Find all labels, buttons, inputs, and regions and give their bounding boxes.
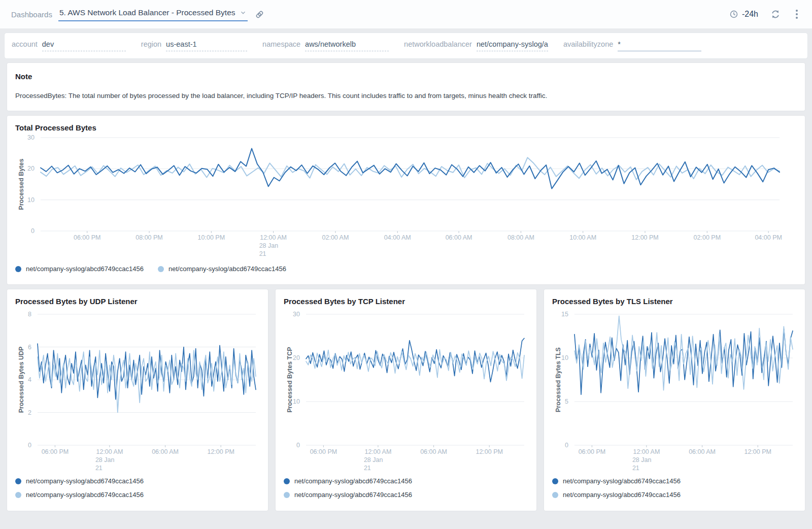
- chart-plot[interactable]: Processed Bytes TLS 05101506:00 PM12:00 …: [544, 306, 805, 474]
- legend-item[interactable]: net/company-syslog/abcd6749ccac1456: [552, 491, 797, 499]
- svg-text:21: 21: [632, 465, 639, 472]
- chart-title: Total Processed Bytes: [7, 116, 805, 132]
- filter-namespace-input[interactable]: aws/networkelb: [305, 40, 389, 51]
- svg-text:12:00 AM: 12:00 AM: [364, 448, 391, 455]
- svg-text:0: 0: [28, 442, 31, 449]
- note-title: Note: [15, 72, 797, 81]
- legend-item[interactable]: net/company-syslog/abcd6749ccac1456: [15, 477, 260, 485]
- svg-text:12:00 PM: 12:00 PM: [207, 448, 234, 455]
- chart-card-total-processed-bytes: Total Processed Bytes Processed Bytes 01…: [7, 116, 805, 284]
- svg-text:28 Jan: 28 Jan: [364, 456, 383, 464]
- legend-item[interactable]: net/company-syslog/abcd6749ccac1456: [158, 265, 286, 273]
- svg-text:5: 5: [565, 398, 568, 405]
- filter-availabilityzone: availabilityzone *: [563, 40, 701, 51]
- filter-namespace: namespace aws/networkelb: [262, 40, 389, 51]
- legend-dot-icon: [284, 478, 290, 484]
- svg-text:30: 30: [27, 134, 35, 141]
- svg-text:12:00 PM: 12:00 PM: [476, 448, 503, 455]
- y-axis-label: Processed Bytes TLS: [555, 347, 562, 412]
- svg-text:12:00 PM: 12:00 PM: [631, 234, 659, 241]
- svg-text:8: 8: [28, 311, 31, 318]
- legend-item[interactable]: net/company-syslog/abcd6749ccac1456: [15, 491, 260, 499]
- svg-text:21: 21: [259, 250, 266, 257]
- legend-item[interactable]: net/company-syslog/abcd6749ccac1456: [284, 491, 528, 499]
- chart-plot[interactable]: Processed Bytes 010203006:00 PM08:00 PM1…: [7, 132, 805, 260]
- chart-card-tls-listener: Processed Bytes by TLS Listener Processe…: [544, 289, 805, 511]
- svg-text:12:00 AM: 12:00 AM: [96, 448, 123, 455]
- filter-label: account: [12, 40, 38, 48]
- chart-title: Processed Bytes by TLS Listener: [544, 289, 805, 306]
- chart-legend: net/company-syslog/abcd6749ccac1456net/c…: [7, 265, 805, 273]
- svg-text:04:00 PM: 04:00 PM: [755, 234, 782, 241]
- note-card: Note ProcessedBytes: The total number of…: [7, 63, 805, 111]
- filter-availabilityzone-input[interactable]: *: [618, 40, 701, 51]
- legend-item[interactable]: net/company-syslog/abcd6749ccac1456: [284, 477, 528, 485]
- filter-label: namespace: [262, 40, 300, 48]
- note-body: ProcessedBytes: The total number of byte…: [15, 92, 797, 100]
- filter-region-input[interactable]: us-east-1: [166, 40, 247, 51]
- top-bar: Dashboards 5. AWS Network Load Balancer …: [0, 0, 812, 28]
- svg-text:06:00 AM: 06:00 AM: [152, 448, 179, 455]
- kebab-menu-icon[interactable]: [793, 9, 801, 20]
- legend-label: net/company-syslog/abcd6749ccac1456: [563, 477, 681, 485]
- filter-networkloadbalancer-input[interactable]: net/company-syslog/a: [477, 40, 548, 51]
- svg-text:02:00 PM: 02:00 PM: [694, 234, 721, 241]
- svg-text:30: 30: [293, 311, 300, 318]
- svg-text:0: 0: [31, 227, 35, 235]
- link-icon[interactable]: [255, 10, 264, 19]
- chart-title: Processed Bytes by UDP Listener: [7, 289, 268, 306]
- dashboard-title-dropdown[interactable]: 5. AWS Network Load Balancer - Processed…: [58, 7, 248, 21]
- filter-label: region: [141, 40, 161, 48]
- svg-text:06:00 AM: 06:00 AM: [420, 448, 447, 455]
- svg-text:08:00 PM: 08:00 PM: [136, 234, 163, 241]
- filter-label: networkloadbalancer: [404, 40, 472, 48]
- chart-card-udp-listener: Processed Bytes by UDP Listener Processe…: [7, 289, 268, 511]
- svg-text:10: 10: [27, 196, 35, 204]
- legend-dot-icon: [284, 492, 290, 498]
- svg-text:12:00 PM: 12:00 PM: [744, 448, 771, 455]
- svg-text:10:00 PM: 10:00 PM: [198, 234, 225, 241]
- page-title: 5. AWS Network Load Balancer - Processed…: [59, 8, 235, 17]
- chevron-down-icon: [240, 9, 247, 16]
- svg-text:20: 20: [293, 354, 300, 361]
- svg-text:6: 6: [28, 344, 31, 351]
- y-axis-label: Processed Bytes: [18, 159, 25, 210]
- chart-legend: net/company-syslog/abcd6749ccac1456net/c…: [544, 477, 805, 499]
- svg-text:28 Jan: 28 Jan: [259, 242, 279, 249]
- chart-plot[interactable]: Processed Bytes UDP 0246806:00 PM12:00 A…: [7, 306, 268, 474]
- time-range-value: -24h: [742, 10, 758, 19]
- filter-bar: account dev region us-east-1 namespace a…: [4, 32, 808, 59]
- filter-account-input[interactable]: dev: [42, 40, 126, 51]
- chart-legend: net/company-syslog/abcd6749ccac1456net/c…: [7, 477, 268, 499]
- svg-text:12:00 AM: 12:00 AM: [633, 448, 660, 455]
- svg-text:4: 4: [28, 376, 31, 383]
- chart-plot[interactable]: Processed Bytes TCP 010203006:00 PM12:00…: [276, 306, 536, 474]
- svg-text:06:00 PM: 06:00 PM: [42, 448, 69, 455]
- legend-dot-icon: [552, 492, 558, 498]
- svg-text:10: 10: [561, 354, 568, 361]
- refresh-icon[interactable]: [770, 9, 781, 19]
- svg-text:10: 10: [293, 398, 300, 405]
- svg-text:0: 0: [296, 442, 300, 449]
- time-range-button[interactable]: -24h: [729, 10, 758, 19]
- legend-item[interactable]: net/company-syslog/abcd6749ccac1456: [552, 477, 797, 485]
- filter-networkloadbalancer: networkloadbalancer net/company-syslog/a: [404, 40, 548, 51]
- svg-text:10:00 AM: 10:00 AM: [569, 234, 596, 241]
- svg-text:0: 0: [565, 442, 568, 449]
- breadcrumb[interactable]: Dashboards: [11, 10, 52, 19]
- svg-text:04:00 AM: 04:00 AM: [384, 234, 411, 241]
- svg-text:06:00 PM: 06:00 PM: [74, 234, 101, 241]
- svg-text:06:00 PM: 06:00 PM: [579, 448, 606, 455]
- svg-text:08:00 AM: 08:00 AM: [507, 234, 534, 241]
- legend-label: net/company-syslog/abcd6749ccac1456: [294, 477, 412, 485]
- y-axis-label: Processed Bytes TCP: [286, 347, 293, 412]
- chart-card-tcp-listener: Processed Bytes by TCP Listener Processe…: [276, 289, 536, 511]
- legend-item[interactable]: net/company-syslog/abcd6749ccac1456: [15, 265, 144, 273]
- filter-label: availabilityzone: [563, 40, 613, 48]
- legend-label: net/company-syslog/abcd6749ccac1456: [563, 491, 681, 499]
- filter-region: region us-east-1: [141, 40, 247, 51]
- legend-label: net/company-syslog/abcd6749ccac1456: [294, 491, 412, 499]
- svg-text:2: 2: [28, 409, 31, 416]
- svg-text:21: 21: [95, 465, 103, 472]
- legend-label: net/company-syslog/abcd6749ccac1456: [26, 265, 144, 273]
